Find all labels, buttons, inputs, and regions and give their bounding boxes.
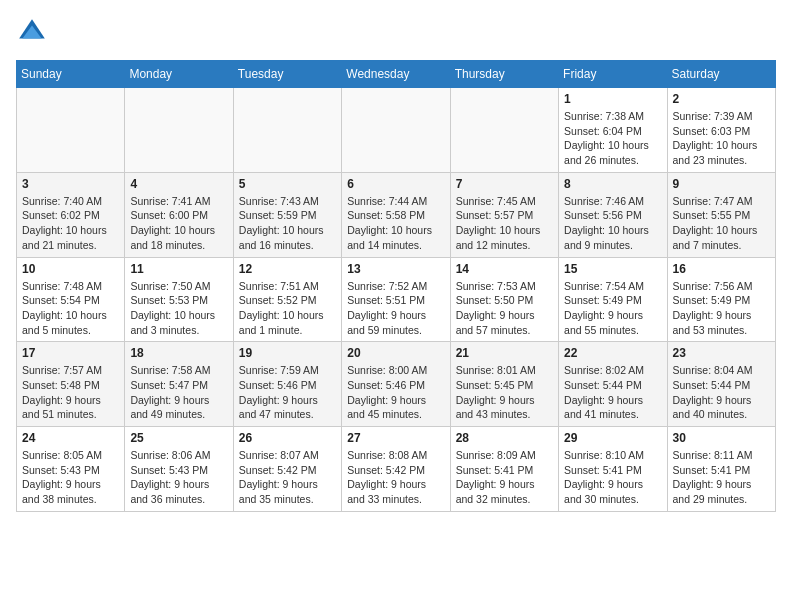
day-number: 21	[456, 346, 553, 360]
day-info: Sunrise: 8:00 AM Sunset: 5:46 PM Dayligh…	[347, 363, 444, 422]
day-info: Sunrise: 7:57 AM Sunset: 5:48 PM Dayligh…	[22, 363, 119, 422]
day-number: 8	[564, 177, 661, 191]
weekday-header-tuesday: Tuesday	[233, 61, 341, 88]
calendar-cell: 14Sunrise: 7:53 AM Sunset: 5:50 PM Dayli…	[450, 257, 558, 342]
day-info: Sunrise: 8:07 AM Sunset: 5:42 PM Dayligh…	[239, 448, 336, 507]
calendar-cell: 18Sunrise: 7:58 AM Sunset: 5:47 PM Dayli…	[125, 342, 233, 427]
day-number: 6	[347, 177, 444, 191]
calendar-cell: 12Sunrise: 7:51 AM Sunset: 5:52 PM Dayli…	[233, 257, 341, 342]
day-number: 17	[22, 346, 119, 360]
day-info: Sunrise: 7:40 AM Sunset: 6:02 PM Dayligh…	[22, 194, 119, 253]
day-info: Sunrise: 7:54 AM Sunset: 5:49 PM Dayligh…	[564, 279, 661, 338]
day-info: Sunrise: 7:41 AM Sunset: 6:00 PM Dayligh…	[130, 194, 227, 253]
weekday-header-saturday: Saturday	[667, 61, 775, 88]
calendar-cell	[125, 88, 233, 173]
calendar-cell: 6Sunrise: 7:44 AM Sunset: 5:58 PM Daylig…	[342, 172, 450, 257]
day-info: Sunrise: 7:45 AM Sunset: 5:57 PM Dayligh…	[456, 194, 553, 253]
calendar-table: SundayMondayTuesdayWednesdayThursdayFrid…	[16, 60, 776, 512]
day-number: 13	[347, 262, 444, 276]
day-number: 18	[130, 346, 227, 360]
day-info: Sunrise: 7:38 AM Sunset: 6:04 PM Dayligh…	[564, 109, 661, 168]
day-info: Sunrise: 8:11 AM Sunset: 5:41 PM Dayligh…	[673, 448, 770, 507]
day-number: 15	[564, 262, 661, 276]
page-header	[16, 16, 776, 48]
calendar-cell	[233, 88, 341, 173]
day-number: 1	[564, 92, 661, 106]
day-info: Sunrise: 7:46 AM Sunset: 5:56 PM Dayligh…	[564, 194, 661, 253]
day-number: 29	[564, 431, 661, 445]
day-number: 30	[673, 431, 770, 445]
day-number: 20	[347, 346, 444, 360]
calendar-cell: 26Sunrise: 8:07 AM Sunset: 5:42 PM Dayli…	[233, 427, 341, 512]
calendar-week-row: 3Sunrise: 7:40 AM Sunset: 6:02 PM Daylig…	[17, 172, 776, 257]
day-number: 2	[673, 92, 770, 106]
day-number: 7	[456, 177, 553, 191]
day-info: Sunrise: 8:05 AM Sunset: 5:43 PM Dayligh…	[22, 448, 119, 507]
day-info: Sunrise: 7:58 AM Sunset: 5:47 PM Dayligh…	[130, 363, 227, 422]
calendar-cell: 7Sunrise: 7:45 AM Sunset: 5:57 PM Daylig…	[450, 172, 558, 257]
day-info: Sunrise: 7:50 AM Sunset: 5:53 PM Dayligh…	[130, 279, 227, 338]
logo	[16, 16, 52, 48]
calendar-cell: 1Sunrise: 7:38 AM Sunset: 6:04 PM Daylig…	[559, 88, 667, 173]
calendar-cell	[450, 88, 558, 173]
calendar-week-row: 17Sunrise: 7:57 AM Sunset: 5:48 PM Dayli…	[17, 342, 776, 427]
calendar-cell: 22Sunrise: 8:02 AM Sunset: 5:44 PM Dayli…	[559, 342, 667, 427]
calendar-cell	[342, 88, 450, 173]
day-info: Sunrise: 8:04 AM Sunset: 5:44 PM Dayligh…	[673, 363, 770, 422]
day-info: Sunrise: 8:08 AM Sunset: 5:42 PM Dayligh…	[347, 448, 444, 507]
calendar-body: 1Sunrise: 7:38 AM Sunset: 6:04 PM Daylig…	[17, 88, 776, 512]
day-number: 27	[347, 431, 444, 445]
calendar-cell: 13Sunrise: 7:52 AM Sunset: 5:51 PM Dayli…	[342, 257, 450, 342]
calendar-cell: 5Sunrise: 7:43 AM Sunset: 5:59 PM Daylig…	[233, 172, 341, 257]
day-info: Sunrise: 8:09 AM Sunset: 5:41 PM Dayligh…	[456, 448, 553, 507]
day-number: 12	[239, 262, 336, 276]
day-number: 25	[130, 431, 227, 445]
day-number: 3	[22, 177, 119, 191]
day-info: Sunrise: 7:47 AM Sunset: 5:55 PM Dayligh…	[673, 194, 770, 253]
day-info: Sunrise: 8:06 AM Sunset: 5:43 PM Dayligh…	[130, 448, 227, 507]
calendar-week-row: 10Sunrise: 7:48 AM Sunset: 5:54 PM Dayli…	[17, 257, 776, 342]
calendar-cell: 27Sunrise: 8:08 AM Sunset: 5:42 PM Dayli…	[342, 427, 450, 512]
weekday-header-row: SundayMondayTuesdayWednesdayThursdayFrid…	[17, 61, 776, 88]
day-number: 10	[22, 262, 119, 276]
day-number: 14	[456, 262, 553, 276]
day-info: Sunrise: 8:02 AM Sunset: 5:44 PM Dayligh…	[564, 363, 661, 422]
calendar-cell: 10Sunrise: 7:48 AM Sunset: 5:54 PM Dayli…	[17, 257, 125, 342]
day-number: 23	[673, 346, 770, 360]
calendar-cell: 3Sunrise: 7:40 AM Sunset: 6:02 PM Daylig…	[17, 172, 125, 257]
weekday-header-friday: Friday	[559, 61, 667, 88]
day-number: 26	[239, 431, 336, 445]
calendar-cell: 30Sunrise: 8:11 AM Sunset: 5:41 PM Dayli…	[667, 427, 775, 512]
calendar-cell: 15Sunrise: 7:54 AM Sunset: 5:49 PM Dayli…	[559, 257, 667, 342]
day-info: Sunrise: 7:43 AM Sunset: 5:59 PM Dayligh…	[239, 194, 336, 253]
calendar-cell: 24Sunrise: 8:05 AM Sunset: 5:43 PM Dayli…	[17, 427, 125, 512]
day-number: 24	[22, 431, 119, 445]
day-number: 9	[673, 177, 770, 191]
day-info: Sunrise: 7:52 AM Sunset: 5:51 PM Dayligh…	[347, 279, 444, 338]
calendar-cell: 4Sunrise: 7:41 AM Sunset: 6:00 PM Daylig…	[125, 172, 233, 257]
day-info: Sunrise: 7:44 AM Sunset: 5:58 PM Dayligh…	[347, 194, 444, 253]
calendar-cell: 25Sunrise: 8:06 AM Sunset: 5:43 PM Dayli…	[125, 427, 233, 512]
calendar-week-row: 24Sunrise: 8:05 AM Sunset: 5:43 PM Dayli…	[17, 427, 776, 512]
logo-icon	[16, 16, 48, 48]
calendar-cell: 11Sunrise: 7:50 AM Sunset: 5:53 PM Dayli…	[125, 257, 233, 342]
day-info: Sunrise: 8:01 AM Sunset: 5:45 PM Dayligh…	[456, 363, 553, 422]
day-number: 28	[456, 431, 553, 445]
calendar-cell: 28Sunrise: 8:09 AM Sunset: 5:41 PM Dayli…	[450, 427, 558, 512]
day-info: Sunrise: 7:39 AM Sunset: 6:03 PM Dayligh…	[673, 109, 770, 168]
day-number: 4	[130, 177, 227, 191]
day-info: Sunrise: 7:53 AM Sunset: 5:50 PM Dayligh…	[456, 279, 553, 338]
calendar-cell: 29Sunrise: 8:10 AM Sunset: 5:41 PM Dayli…	[559, 427, 667, 512]
weekday-header-wednesday: Wednesday	[342, 61, 450, 88]
day-number: 22	[564, 346, 661, 360]
day-number: 19	[239, 346, 336, 360]
calendar-cell: 20Sunrise: 8:00 AM Sunset: 5:46 PM Dayli…	[342, 342, 450, 427]
calendar-week-row: 1Sunrise: 7:38 AM Sunset: 6:04 PM Daylig…	[17, 88, 776, 173]
weekday-header-monday: Monday	[125, 61, 233, 88]
day-info: Sunrise: 7:56 AM Sunset: 5:49 PM Dayligh…	[673, 279, 770, 338]
weekday-header-sunday: Sunday	[17, 61, 125, 88]
calendar-cell: 2Sunrise: 7:39 AM Sunset: 6:03 PM Daylig…	[667, 88, 775, 173]
calendar-cell: 16Sunrise: 7:56 AM Sunset: 5:49 PM Dayli…	[667, 257, 775, 342]
calendar-cell: 8Sunrise: 7:46 AM Sunset: 5:56 PM Daylig…	[559, 172, 667, 257]
calendar-cell: 9Sunrise: 7:47 AM Sunset: 5:55 PM Daylig…	[667, 172, 775, 257]
